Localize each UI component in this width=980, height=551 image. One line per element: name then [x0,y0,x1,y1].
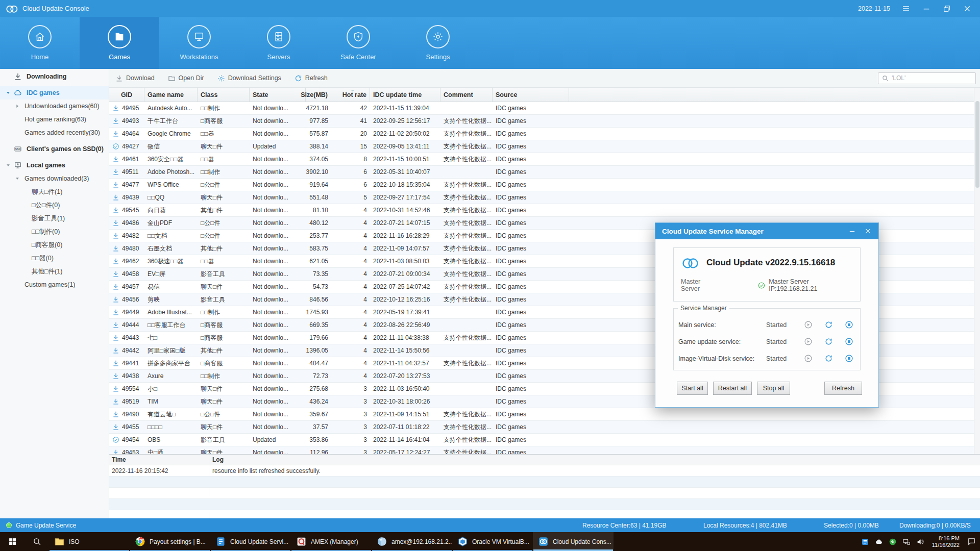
table-row[interactable]: 49490有道云笔□□公□件Not downlo...359.6732022-1… [109,408,980,421]
stop-service-icon[interactable] [845,320,853,329]
column-header-source[interactable]: Source [493,88,569,102]
nav-item-settings[interactable]: Settings [398,17,478,69]
volume-icon[interactable] [916,538,924,546]
sidebar-item[interactable]: Hot game ranking(63) [0,113,109,126]
sidebar-item[interactable]: Custom games(1) [0,278,109,291]
taskbar-search-button[interactable] [24,532,49,551]
taskbar-button-amex-manager-[interactable]: AMEX (Manager) [291,532,372,551]
service-row: Main service: Started [678,316,860,333]
nav-item-servers[interactable]: Servers [239,17,318,69]
restart-service-icon[interactable] [824,320,833,329]
sidebar-item[interactable]: □□制作(0) [0,225,109,238]
restart-service-icon[interactable] [824,354,833,363]
cell-source: IDC games [493,281,569,293]
taskbar-button-payout-settings-b-[interactable]: Payout settings | B... [130,532,210,551]
search-input[interactable]: 'LOL' [878,72,976,84]
table-row[interactable]: 49493千牛工作台□商客服Not downlo...977.85412022-… [109,115,980,128]
table-row[interactable]: 49511Adobe Photosh...□□制作Not downlo...39… [109,166,980,179]
table-row[interactable]: 49461360安全□□器□□器Not downlo...374.0582022… [109,153,980,166]
column-header-size[interactable]: Size(MB) [306,88,331,102]
taskbar-button-cloud-update-servi-[interactable]: Cloud Update Servi... [210,532,291,551]
restore-button[interactable] [942,5,951,13]
stop-service-icon[interactable] [845,337,853,346]
stop-service-icon[interactable] [845,354,853,363]
table-row[interactable]: 49453中□通聊天□件Not downlo...112.9632022-05-… [109,446,980,454]
table-row[interactable]: 49454OBS影音工具Updated353.8632022-11-14 16:… [109,434,980,446]
column-header-gid[interactable]: GID [109,88,144,102]
start-service-icon[interactable] [804,337,813,346]
cell-cls: □商客服 [198,357,250,369]
sidebar-item[interactable]: Undownloaded games(60) [0,99,109,113]
table-row[interactable]: 49464Google Chrome□□器Not downlo...575.87… [109,128,980,140]
column-header-cls[interactable]: Class [198,88,250,102]
taskbar-clock[interactable]: 8:16 PM 11/16/2022 [932,535,960,548]
cell-cls: 聊天□件 [198,446,250,454]
table-row[interactable]: 49477WPS Office□公□件Not downlo...919.6462… [109,179,980,191]
nav-item-safe-center[interactable]: Safe Center [318,17,398,69]
column-header-comment[interactable]: Comment [440,88,493,102]
cell-state: Not downlo... [250,191,306,204]
scrollbar-thumb[interactable] [975,101,979,188]
column-header-name[interactable]: Game name [144,88,198,102]
cloud-white-icon[interactable] [875,538,883,546]
cell-state: Updated [250,434,306,446]
restart-service-icon[interactable] [824,337,833,346]
sidebar-item[interactable]: SSDClient's games on SSD(0) [0,142,109,156]
taskbar-button-iso[interactable]: ISO [49,532,130,551]
table-row[interactable]: 49545向日葵其他□件Not downlo...81.1042022-10-3… [109,204,980,217]
start-all-button[interactable]: Start all [677,382,708,395]
table-row[interactable]: 49495Autodesk Auto...□□制作Not downlo...47… [109,102,980,115]
close-button[interactable] [963,5,972,13]
cell-comment [440,319,493,331]
toolbar-open-dir-button[interactable]: Open Dir [168,74,204,82]
sidebar-item[interactable]: Games added recently(30) [0,126,109,139]
minimize-button[interactable] [922,5,931,13]
stop-all-button[interactable]: Stop all [757,382,790,395]
start-button[interactable] [0,532,24,551]
list-blue-icon[interactable] [861,538,869,546]
vertical-scrollbar[interactable] [974,88,980,454]
dialog-minimize-button[interactable] [848,228,856,235]
idm-green-icon[interactable] [889,538,897,546]
restart-all-button[interactable]: Restart all [713,382,752,395]
putty-sphere-icon [377,536,387,547]
log-row[interactable]: 2022-11-16 20:15:42 resource info list r… [109,465,980,477]
nav-item-workstations[interactable]: Workstations [159,17,239,69]
sidebar-item[interactable]: □公□件(0) [0,198,109,212]
toolbar-refresh-button[interactable]: Refresh [295,74,328,82]
taskbar-button-oracle-vm-virtualb-[interactable]: Oracle VM VirtualB... [452,532,533,551]
download-arrow-icon [112,130,119,137]
cell-hot: 4 [331,204,370,216]
taskbar-button-cloud-update-cons-[interactable]: Cloud Update Cons... [533,532,614,551]
sidebar-item[interactable]: IDC games [0,86,109,99]
sidebar-item[interactable]: Downloading [0,70,109,83]
sidebar-item[interactable]: □商客服(0) [0,238,109,252]
sidebar-item[interactable]: 聊天□件(1) [0,185,109,198]
network-icon[interactable] [902,538,911,546]
sidebar-item[interactable]: 影音工具(1) [0,212,109,225]
toolbar-download-button[interactable]: Download [115,74,155,82]
table-row[interactable]: 49427微信聊天□件Updated388.14152022-09-05 13:… [109,140,980,153]
dialog-title-bar[interactable]: Cloud Update Service Manager [655,223,878,239]
dialog-close-button[interactable] [864,228,872,235]
taskbar-button-amex-192-168-21-2-[interactable]: amex@192.168.21.2... [372,532,452,551]
column-header-hot[interactable]: Hot rate⌄ [331,88,370,102]
sidebar-item[interactable]: 其他□件(1) [0,265,109,278]
column-header-time[interactable]: IDC update time [370,88,440,102]
nav-item-games[interactable]: Games [80,17,159,69]
refresh-button[interactable]: Refresh [824,382,862,395]
sidebar-item[interactable]: Local games [0,159,109,172]
table-row[interactable]: 49455□□□□聊天□件Not downlo...37.5732022-07-… [109,421,980,434]
menu-icon[interactable] [901,5,911,13]
toolbar-download-settings-button[interactable]: Download Settings [217,74,281,82]
column-header-state[interactable]: State [250,88,306,102]
sidebar-item[interactable]: □□器(0) [0,252,109,265]
cell-cls: 聊天□件 [198,383,250,395]
start-service-icon[interactable] [804,354,813,363]
action-center-icon[interactable] [967,537,976,546]
table-row[interactable]: 49439□□QQ聊天□件Not downlo...551.4852022-09… [109,191,980,204]
nav-item-home[interactable]: Home [0,17,80,69]
download-arrow-icon [112,360,119,367]
sidebar-item[interactable]: Games downloaded(3) [0,172,109,185]
start-service-icon[interactable] [804,320,813,329]
